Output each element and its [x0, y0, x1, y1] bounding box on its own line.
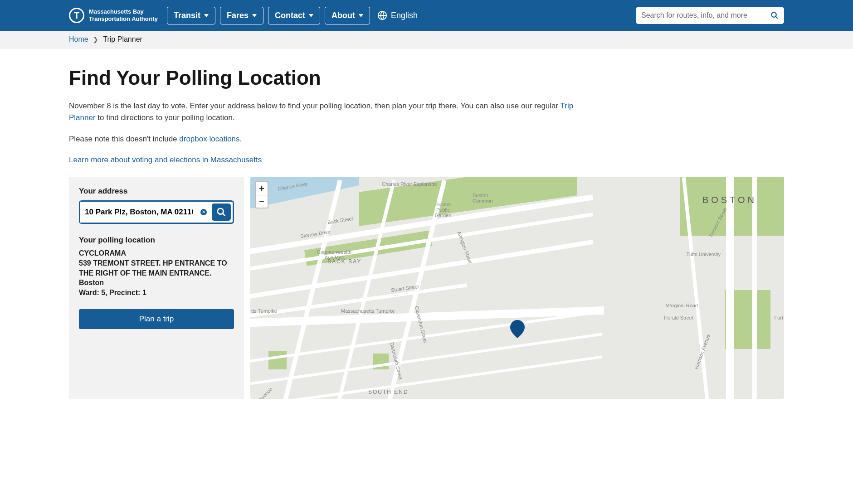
svg-line-2 — [775, 16, 778, 19]
result-ward: Ward: 5, Precinct: 1 — [79, 288, 234, 298]
nav-fares[interactable]: Fares — [220, 7, 263, 24]
breadcrumb-home[interactable]: Home — [69, 35, 88, 43]
caret-down-icon — [309, 14, 313, 17]
language-button[interactable]: English — [377, 10, 418, 20]
map-background: BOSTON BACK BAY SOUTH END Charles River … — [250, 177, 784, 399]
map-label: Avenue — [258, 387, 273, 399]
result-address: 539 TREMONT STREET. HP ENTRANCE TO THE R… — [79, 258, 234, 278]
result-city: Boston — [79, 278, 234, 288]
map[interactable]: BOSTON BACK BAY SOUTH END Charles River … — [250, 177, 784, 399]
map-label: Herald Street — [664, 315, 693, 320]
svg-point-3 — [218, 208, 224, 214]
zoom-out-button[interactable]: − — [256, 195, 268, 208]
close-icon: ✕ — [200, 209, 207, 215]
map-label: Boston Common — [473, 193, 500, 204]
chevron-right-icon: ❯ — [93, 36, 98, 43]
lookup-button[interactable] — [212, 204, 231, 221]
header-search — [636, 7, 784, 24]
map-label: Fort — [774, 315, 783, 320]
header: T Massachusetts Bay Transportation Autho… — [0, 0, 853, 31]
result-name: CYCLORAMA — [79, 248, 234, 258]
caret-down-icon — [204, 14, 209, 17]
breadcrumb: Home ❯ Trip Planner — [0, 31, 853, 48]
globe-icon — [377, 10, 387, 20]
learn-more-link[interactable]: Learn more about voting and elections in… — [69, 155, 262, 164]
org-name: Massachusetts Bay Transportation Authori… — [89, 8, 158, 23]
search-icon[interactable] — [770, 11, 779, 19]
map-label: Boston Public Garden — [429, 202, 457, 218]
dropbox-note: Please note this doesn't include dropbox… — [69, 133, 581, 145]
svg-line-4 — [223, 213, 225, 216]
polling-location-label: Your polling location — [79, 236, 234, 245]
map-label: Commonwealth Ave Mall — [314, 249, 355, 260]
intro-paragraph: November 8 is the last day to vote. Ente… — [69, 100, 581, 124]
nav-buttons: Transit Fares Contact About — [167, 7, 370, 24]
caret-down-icon — [359, 14, 363, 17]
mbta-logo-icon: T — [69, 8, 84, 23]
nav-about[interactable]: About — [325, 7, 370, 24]
map-zoom-control: + − — [255, 181, 268, 208]
map-label: Tufts University — [687, 252, 721, 257]
nav-contact[interactable]: Contact — [268, 7, 320, 24]
dropbox-locations-link[interactable]: dropbox locations. — [179, 135, 242, 143]
map-label-boston: BOSTON — [702, 195, 757, 205]
map-label: Charles River Esplanade — [382, 181, 437, 187]
breadcrumb-current: Trip Planner — [103, 35, 142, 43]
map-pin-icon — [510, 320, 525, 340]
polling-location-result: CYCLORAMA 539 TREMONT STREET. HP ENTRANC… — [79, 248, 234, 297]
map-label: SOUTH END — [368, 389, 409, 395]
sidebar-panel: Your address ✕ Your polling location CYC… — [69, 177, 244, 399]
clear-address-button[interactable]: ✕ — [197, 202, 210, 223]
map-label: Massachusetts Turnpike — [341, 308, 395, 314]
plan-trip-button[interactable]: Plan a trip — [79, 309, 234, 329]
learn-more-row: Learn more about voting and elections in… — [69, 154, 581, 166]
logo-section[interactable]: T Massachusetts Bay Transportation Autho… — [69, 8, 158, 23]
address-label: Your address — [79, 187, 234, 196]
main-row: Your address ✕ Your polling location CYC… — [69, 177, 784, 399]
search-input[interactable] — [641, 11, 770, 19]
nav-transit[interactable]: Transit — [167, 7, 215, 24]
map-label: tts Turnpike — [251, 308, 277, 314]
map-label: Marginal Road — [665, 303, 698, 308]
zoom-in-button[interactable]: + — [256, 182, 268, 195]
caret-down-icon — [252, 14, 257, 17]
address-input[interactable] — [80, 202, 197, 223]
search-icon — [216, 207, 226, 217]
address-input-group: ✕ — [79, 200, 234, 224]
main-content: Find Your Polling Location November 8 is… — [0, 48, 853, 399]
page-title: Find Your Polling Location — [69, 67, 784, 89]
svg-point-1 — [771, 12, 776, 17]
